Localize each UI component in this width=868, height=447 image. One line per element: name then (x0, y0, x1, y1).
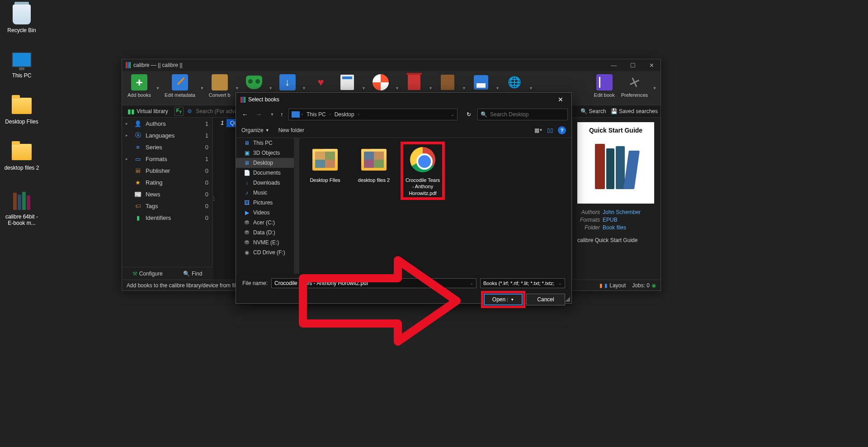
preview-pane-button[interactable]: ▯▯ (546, 127, 554, 134)
tree-documents[interactable]: 📄Documents (236, 168, 299, 178)
fulltext-search-button[interactable]: FT (175, 107, 184, 115)
layout-button[interactable]: ▮▮ Layout (599, 282, 626, 289)
tree-this-pc[interactable]: 🖥This PC (236, 138, 299, 148)
save-disk-button[interactable] (468, 72, 494, 94)
tree-icon: 🖥 (243, 140, 250, 146)
filename-input[interactable]: Crocodile Tears - Anthony Horowitz.pdf⌄ (271, 278, 476, 288)
tree-nvme--e--[interactable]: ⛃NVME (E:) (236, 238, 299, 247)
category-authors[interactable]: ▸👤Authors1 (122, 118, 212, 129)
new-folder-button[interactable]: New folder (278, 127, 304, 133)
category-publisher[interactable]: 🏛Publisher0 (122, 165, 212, 176)
tree-cd-drive--f--[interactable]: ◉CD Drive (F:) (236, 247, 299, 257)
maximize-button[interactable]: ☐ (627, 62, 638, 69)
authors-value[interactable]: John Schember (603, 209, 641, 215)
close-button[interactable]: ✕ (646, 62, 657, 69)
configure-button[interactable]: ⚒Configure (132, 271, 163, 277)
formats-value[interactable]: EPUB (603, 217, 618, 223)
file-item-crocodile-tears[interactable]: Crocodile Tears - Anthony Horowitz.pdf (402, 143, 443, 198)
tree-videos[interactable]: ▶Videos (236, 208, 299, 218)
breadcrumb[interactable]: › This PC › Desktop › ⌄ (288, 109, 458, 120)
minimize-button[interactable]: — (608, 62, 619, 69)
category-tags[interactable]: 🏷Tags0 (122, 200, 212, 212)
connect-share-button[interactable]: 🌐 (502, 72, 527, 94)
category-identifiers[interactable]: ▮Identifiers0 (122, 212, 212, 224)
resize-grip[interactable]: ◢ (565, 297, 571, 302)
find-button[interactable]: 🔍Find (183, 271, 202, 277)
book-cover[interactable]: Quick Start Guide (577, 122, 654, 204)
view-mode-button[interactable]: ▦ ▼ (534, 127, 542, 134)
category-series[interactable]: ≡Series0 (122, 141, 212, 153)
library-button[interactable] (435, 72, 460, 94)
help-button[interactable] (368, 72, 393, 94)
refresh-button[interactable]: ↻ (463, 109, 475, 120)
filetype-select[interactable]: Books (*.lrf; *.rtf; *.lit; *.txt; *.txt… (480, 278, 565, 288)
calibre-shortcut[interactable]: calibre 64bit - E-book m... (4, 190, 40, 226)
help-button[interactable]: ? (558, 126, 566, 134)
tree-pictures[interactable]: 🖼Pictures (236, 198, 299, 208)
file-item-desktop-files[interactable]: Desktop FIles (305, 143, 345, 185)
tree-3d-objects[interactable]: ▣3D Objects (236, 148, 299, 158)
category-count: 1 (205, 156, 208, 162)
add-books-button[interactable]: Add books (125, 72, 154, 100)
preferences-button[interactable]: Preferences (618, 72, 651, 100)
cancel-button[interactable]: Cancel (526, 294, 565, 305)
organize-button[interactable]: Organize ▼ (241, 127, 269, 133)
file-item-desktop-files-2[interactable]: desktop files 2 (354, 143, 394, 185)
recycle-bin[interactable]: Recycle Bin (4, 4, 40, 33)
tree-acer--c--[interactable]: ⛃Acer (C:) (236, 218, 299, 228)
jobs-button[interactable]: Jobs: 0 ◉ (632, 282, 656, 289)
category-languages[interactable]: ▸ⒶLanguages1 (122, 129, 212, 141)
dialog-titlebar[interactable]: Select books ✕ (236, 93, 571, 106)
get-books-button[interactable] (275, 72, 300, 94)
category-news[interactable]: 📰News0 (122, 188, 212, 200)
nav-back-button[interactable]: ← (240, 109, 250, 120)
this-pc[interactable]: This PC (4, 49, 40, 79)
add-books-dropdown[interactable]: ▼ (155, 72, 161, 104)
remove-books-button[interactable] (401, 72, 427, 94)
help-icon (373, 74, 389, 90)
dialog-close-button[interactable]: ✕ (554, 95, 567, 104)
search-settings-button[interactable]: ⚙ (187, 108, 192, 114)
category-count: 0 (205, 203, 208, 209)
edit-book-button[interactable]: Edit book (591, 72, 618, 100)
file-list[interactable]: Desktop FIles desktop files 2 Crocodile … (299, 138, 571, 274)
desktop-files-2-folder[interactable]: desktop files 2 (4, 141, 40, 171)
edit-metadata-button[interactable]: Edit metadata (162, 72, 198, 100)
folder-tree[interactable]: 🖥This PC▣3D Objects🖥Desktop📄Documents↓Do… (236, 138, 299, 274)
category-formats[interactable]: ▸▭Formats1 (122, 153, 212, 165)
nav-recent-button[interactable]: ▼ (267, 109, 278, 120)
tree-music[interactable]: ♪Music (236, 188, 299, 198)
folder-value[interactable]: Book files (603, 224, 626, 231)
tree-icon: ⛃ (243, 219, 250, 226)
tree-icon: ⛃ (243, 229, 250, 236)
breadcrumb-dropdown[interactable]: ⌄ (451, 112, 454, 117)
open-button[interactable]: Open ▼ (484, 294, 523, 305)
edit-metadata-dropdown[interactable]: ▼ (199, 72, 205, 104)
heart-icon: ♥ (313, 74, 329, 90)
category-rating[interactable]: ★Rating0 (122, 176, 212, 188)
desktop-files-folder[interactable]: Desktop FIles (4, 95, 40, 125)
search-box[interactable]: 🔍 (477, 109, 568, 120)
nav-up-button[interactable]: ↑ (280, 111, 283, 118)
search-button[interactable]: 🔍 Search (580, 108, 606, 114)
breadcrumb-desktop[interactable]: Desktop (333, 110, 356, 119)
convert-books-button[interactable]: Convert b (206, 72, 233, 100)
saved-searches-button[interactable]: 💾 Saved searches (611, 108, 658, 114)
breadcrumb-this-pc[interactable]: This PC (305, 110, 328, 119)
titlebar[interactable]: calibre — || calibre || — ☐ ✕ (122, 59, 660, 71)
nav-forward-button[interactable]: → (253, 109, 264, 120)
virtual-library-button[interactable]: ▮▮ Virtual library (125, 107, 171, 116)
dialog-search-input[interactable] (490, 111, 565, 118)
category-count: 0 (205, 167, 208, 174)
donate-button[interactable]: ♥ (308, 72, 334, 94)
view-button[interactable] (241, 72, 267, 94)
category-label: Identifiers (146, 214, 171, 221)
tree-downloads[interactable]: ↓Downloads (236, 178, 299, 188)
tree-desktop[interactable]: 🖥Desktop (236, 158, 299, 168)
folder-icon (12, 98, 32, 114)
preferences-dropdown[interactable]: ▼ (651, 72, 658, 104)
category-count: 1 (205, 132, 208, 139)
tree-data--d--[interactable]: ⛃Data (D:) (236, 228, 299, 238)
fetch-news-button[interactable] (335, 72, 360, 94)
view-icon (246, 76, 262, 89)
